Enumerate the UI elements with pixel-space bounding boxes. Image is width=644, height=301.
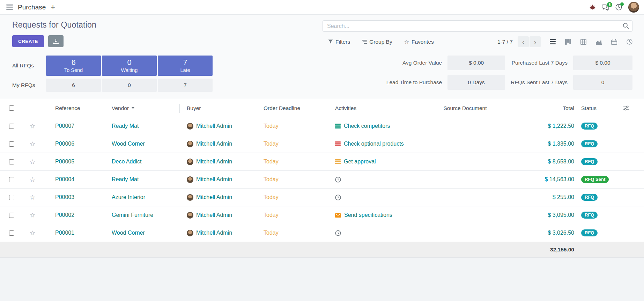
row-checkbox[interactable] — [9, 141, 14, 147]
activity-cell[interactable]: Send specifications — [335, 212, 407, 218]
table-row[interactable]: ☆ P00005 Deco Addict Mitchell Admin Toda… — [0, 153, 644, 171]
activity-cell[interactable]: Check optional products — [335, 141, 407, 147]
activity-cell[interactable] — [335, 194, 407, 200]
bug-icon[interactable] — [590, 4, 595, 10]
buyer-link[interactable]: Mitchell Admin — [196, 230, 232, 236]
favorite-star-icon[interactable]: ☆ — [29, 159, 35, 165]
activities-clock-icon[interactable] — [615, 4, 622, 10]
activity-icon[interactable] — [335, 194, 341, 200]
reference-link[interactable]: P00007 — [55, 123, 74, 129]
tile-late[interactable]: 7 Late — [158, 56, 213, 76]
activity-icon[interactable] — [335, 213, 341, 218]
column-header-status[interactable]: Status — [578, 105, 620, 111]
buyer-link[interactable]: Mitchell Admin — [196, 123, 232, 129]
favorite-star-icon[interactable]: ☆ — [29, 194, 35, 201]
reference-link[interactable]: P00004 — [55, 176, 74, 182]
column-header-source-document[interactable]: Source Document — [410, 105, 520, 111]
row-checkbox[interactable] — [9, 213, 14, 218]
activity-label[interactable]: Send specifications — [344, 212, 392, 218]
favorite-star-icon[interactable]: ☆ — [29, 123, 35, 130]
app-menu-purchase[interactable]: Purchase — [18, 3, 46, 11]
vendor-link[interactable]: Deco Addict — [112, 159, 141, 164]
activity-cell[interactable] — [335, 230, 407, 236]
table-row[interactable]: ☆ P00002 Gemini Furniture Mitchell Admin… — [0, 206, 644, 224]
avg-order-value[interactable]: $ 0.00 — [447, 56, 505, 70]
activity-label[interactable]: Check optional products — [344, 141, 404, 147]
activity-icon[interactable] — [335, 230, 341, 236]
table-row[interactable]: ☆ P00006 Wood Corner Mitchell Admin Toda… — [0, 135, 644, 153]
my-tile-waiting[interactable]: 0 — [102, 79, 157, 92]
buyer-link[interactable]: Mitchell Admin — [196, 159, 232, 165]
pager-next-button[interactable]: › — [530, 36, 541, 47]
graph-view-icon[interactable] — [596, 39, 602, 45]
activity-icon[interactable] — [335, 141, 341, 146]
column-divider[interactable] — [179, 104, 180, 113]
row-checkbox[interactable] — [9, 195, 14, 200]
row-checkbox[interactable] — [9, 124, 14, 129]
lead-time-to-purchase[interactable]: 0 Days — [447, 75, 505, 90]
rfqs-sent-last-7-days[interactable]: 0 — [573, 75, 632, 90]
tile-waiting[interactable]: 0 Waiting — [102, 56, 157, 76]
messages-icon[interactable]: 5 — [602, 4, 609, 10]
favorite-star-icon[interactable]: ☆ — [29, 230, 35, 236]
column-header-reference[interactable]: Reference — [42, 105, 108, 111]
reference-link[interactable]: P00002 — [55, 212, 74, 218]
buyer-link[interactable]: Mitchell Admin — [196, 212, 232, 218]
kanban-view-icon[interactable] — [565, 39, 571, 45]
activity-cell[interactable]: Check competitors — [335, 123, 407, 129]
activity-icon[interactable] — [335, 177, 341, 183]
toggle-columns-icon[interactable] — [623, 105, 629, 111]
row-checkbox[interactable] — [9, 177, 14, 182]
vendor-link[interactable]: Ready Mat — [112, 176, 139, 182]
vendor-link[interactable]: Wood Corner — [112, 230, 145, 236]
activity-cell[interactable] — [335, 177, 407, 183]
vendor-link[interactable]: Azure Interior — [112, 194, 145, 200]
buyer-link[interactable]: Mitchell Admin — [196, 176, 232, 183]
column-header-order-deadline[interactable]: Order Deadline — [260, 105, 332, 111]
tile-to-send[interactable]: 6 To Send — [46, 56, 101, 76]
hamburger-menu-icon[interactable] — [6, 5, 13, 10]
reference-link[interactable]: P00001 — [55, 230, 74, 236]
activity-cell[interactable]: Get approval — [335, 159, 407, 165]
column-header-buyer[interactable]: Buyer — [183, 105, 260, 111]
table-row[interactable]: ☆ P00001 Wood Corner Mitchell Admin Toda… — [0, 224, 644, 242]
table-row[interactable]: ☆ P00003 Azure Interior Mitchell Admin T… — [0, 189, 644, 206]
activity-icon[interactable] — [335, 159, 341, 164]
my-tile-late[interactable]: 7 — [158, 79, 213, 92]
vendor-link[interactable]: Gemini Furniture — [112, 212, 153, 218]
search-input[interactable] — [323, 20, 632, 32]
row-checkbox[interactable] — [9, 230, 14, 236]
favorite-star-icon[interactable]: ☆ — [29, 176, 35, 183]
column-header-total[interactable]: Total — [520, 105, 578, 111]
buyer-link[interactable]: Mitchell Admin — [196, 141, 232, 147]
reference-link[interactable]: P00005 — [55, 159, 74, 164]
download-button[interactable] — [48, 35, 64, 47]
activity-icon[interactable] — [335, 124, 341, 129]
plus-tab-icon[interactable]: + — [51, 3, 55, 11]
user-avatar[interactable] — [628, 2, 639, 13]
activity-label[interactable]: Get approval — [344, 159, 376, 165]
activity-label[interactable]: Check competitors — [344, 123, 390, 129]
activity-view-icon[interactable] — [627, 39, 632, 45]
group-by-button[interactable]: Group By — [362, 39, 392, 45]
table-row[interactable]: ☆ P00004 Ready Mat Mitchell Admin Today … — [0, 171, 644, 189]
column-header-vendor[interactable]: Vendor — [108, 104, 183, 113]
vendor-link[interactable]: Wood Corner — [112, 141, 145, 147]
pivot-view-icon[interactable] — [580, 39, 586, 45]
filters-button[interactable]: Filters — [328, 39, 350, 45]
select-all-checkbox[interactable] — [9, 105, 14, 111]
favorites-button[interactable]: ☆ Favorites — [404, 38, 434, 45]
vendor-link[interactable]: Ready Mat — [112, 123, 139, 129]
search-icon[interactable] — [623, 23, 629, 29]
purchased-last-7-days[interactable]: $ 0.00 — [573, 56, 632, 70]
pager-previous-button[interactable]: ‹ — [518, 36, 529, 47]
reference-link[interactable]: P00003 — [55, 194, 74, 200]
row-checkbox[interactable] — [9, 159, 14, 164]
reference-link[interactable]: P00006 — [55, 141, 74, 147]
favorite-star-icon[interactable]: ☆ — [29, 141, 35, 147]
create-button[interactable]: CREATE — [12, 35, 44, 47]
favorite-star-icon[interactable]: ☆ — [29, 212, 35, 219]
column-header-activities[interactable]: Activities — [332, 105, 410, 111]
buyer-link[interactable]: Mitchell Admin — [196, 194, 232, 200]
list-view-icon[interactable] — [550, 39, 556, 44]
